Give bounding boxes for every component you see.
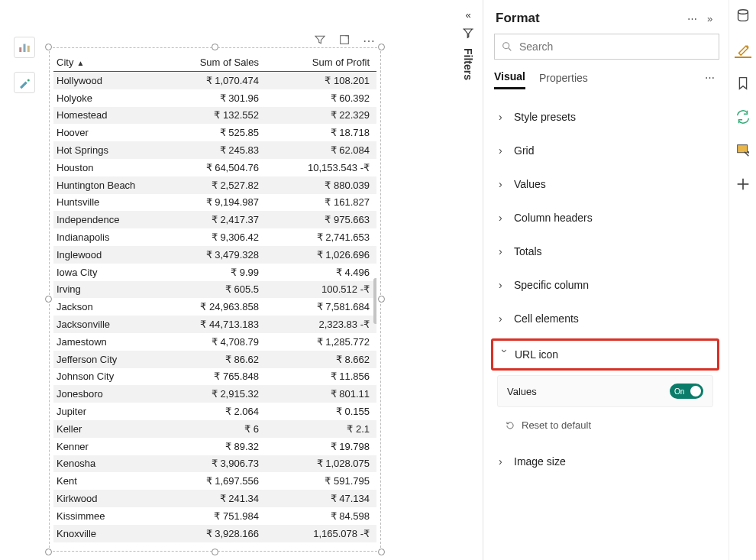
table-row[interactable]: Jackson₹ 24,963.858₹ 7,581.684	[53, 298, 376, 316]
cell-city: Kent	[53, 475, 179, 487]
filters-pane-label[interactable]: Filters	[462, 48, 474, 80]
card-url-icon[interactable]: › URL icon	[493, 341, 717, 368]
table-row[interactable]: Inglewood₹ 3,479.328₹ 1,026.696	[53, 246, 376, 264]
cell-city: Jonesboro	[53, 388, 179, 400]
table-row[interactable]: Jupiter₹ 2.064₹ 0.155	[53, 403, 376, 420]
cell-city: Kenosha	[53, 458, 179, 469]
cell-sales: ₹ 2,915.32	[179, 388, 263, 400]
expand-filters-icon[interactable]: «	[460, 9, 476, 21]
add-pane-icon[interactable]	[735, 176, 751, 193]
cell-sales: ₹ 241.34	[179, 493, 263, 504]
cell-profit: ₹ 975.663	[263, 214, 374, 225]
url-icon-values-card: Values On	[497, 375, 713, 407]
card-specific-column[interactable]: ›Specific column	[493, 271, 718, 299]
cell-city: La Crosse	[53, 545, 179, 545]
table-row[interactable]: Hollywood₹ 1,070.474₹ 108.201	[53, 72, 376, 89]
table-row[interactable]: Huntsville₹ 9,194.987₹ 161.827	[53, 194, 376, 212]
tab-properties[interactable]: Properties	[539, 67, 588, 89]
focus-mode-icon[interactable]	[338, 34, 351, 46]
tabs-more-icon[interactable]: ⋯	[705, 72, 716, 83]
data-pane-icon[interactable]	[735, 8, 751, 24]
format-pane-icon[interactable]	[735, 41, 751, 58]
format-search-box[interactable]	[494, 34, 719, 60]
chevron-right-icon: ›	[499, 455, 509, 468]
filter-icon[interactable]	[314, 34, 326, 46]
table-row[interactable]: Hoover₹ 525.85₹ 18.718	[53, 124, 376, 141]
table-row[interactable]: La Crosse₹ 830.41₹ 272.077	[53, 542, 376, 545]
table-row[interactable]: Iowa City₹ 9.99₹ 4.496	[53, 264, 376, 281]
reset-to-default-button[interactable]: Reset to default	[483, 413, 727, 442]
cell-profit: ₹ 60.392	[263, 92, 374, 104]
card-column-headers[interactable]: ›Column headers	[493, 204, 718, 231]
table-row[interactable]: Homestead₹ 132.552₹ 22.329	[53, 107, 376, 125]
table-row[interactable]: Kenosha₹ 3,906.73₹ 1,028.075	[53, 455, 376, 473]
selection-pane-icon[interactable]	[735, 142, 751, 159]
chevron-down-icon: ›	[499, 349, 511, 360]
card-cell-elements[interactable]: ›Cell elements	[493, 305, 718, 332]
bookmarks-pane-icon[interactable]	[735, 75, 751, 92]
filters-pane-icon[interactable]	[461, 27, 475, 40]
cell-city: Jupiter	[53, 406, 179, 417]
table-row[interactable]: Jamestown₹ 4,708.79₹ 1,285.772	[53, 333, 376, 351]
card-grid[interactable]: ›Grid	[493, 137, 718, 164]
tab-visual[interactable]: Visual	[494, 66, 525, 89]
table-row[interactable]: Knoxville₹ 3,928.1661,165.078 -₹	[53, 525, 376, 542]
column-header-sales[interactable]: Sum of Sales	[179, 57, 263, 68]
cell-profit: ₹ 1,026.696	[263, 249, 374, 261]
table-row[interactable]: Kenner₹ 89.32₹ 19.798	[53, 438, 376, 455]
table-row[interactable]: Huntington Beach₹ 2,527.82₹ 880.039	[53, 176, 376, 194]
table-visual[interactable]: ⋯ City▲ Sum of Sales Sum of Profit Holly…	[49, 47, 381, 552]
svg-rect-4	[341, 36, 349, 44]
collapse-format-icon[interactable]: »	[707, 13, 719, 24]
svg-point-3	[27, 79, 30, 82]
table-row[interactable]: Houston₹ 64,504.7610,153.543 -₹	[53, 159, 376, 176]
cell-profit: ₹ 84.598	[263, 510, 374, 522]
build-visual-button[interactable]	[14, 37, 35, 58]
card-values[interactable]: ›Values	[493, 170, 718, 198]
column-header-profit[interactable]: Sum of Profit	[263, 57, 374, 68]
card-style-presets[interactable]: ›Style presets	[493, 103, 718, 131]
format-visual-button[interactable]	[14, 72, 35, 93]
chart-icon	[18, 40, 31, 54]
table-row[interactable]: Irving₹ 605.5100.512 -₹	[53, 281, 376, 299]
cell-profit: ₹ 1,285.772	[263, 336, 374, 348]
table-row[interactable]: Hot Springs₹ 245.83₹ 62.084	[53, 141, 376, 159]
cell-city: Kissimmee	[53, 510, 179, 522]
right-tool-rail	[729, 0, 756, 560]
url-icon-values-toggle[interactable]: On	[670, 384, 703, 399]
table-row[interactable]: Jacksonville₹ 44,713.1832,323.83 -₹	[53, 316, 376, 333]
card-image-size[interactable]: ›Image size	[493, 448, 718, 475]
table-scrollbar-thumb[interactable]	[373, 278, 376, 324]
cell-city: Keller	[53, 423, 179, 435]
format-more-icon[interactable]: ⋯	[687, 13, 699, 24]
cell-sales: ₹ 3,906.73	[179, 458, 263, 469]
url-icon-values-label: Values	[507, 386, 537, 397]
svg-rect-0	[19, 47, 21, 52]
table-row[interactable]: Jonesboro₹ 2,915.32₹ 801.11	[53, 385, 376, 403]
visual-more-options-icon[interactable]: ⋯	[363, 34, 375, 46]
table-row[interactable]: Kirkwood₹ 241.34₹ 47.134	[53, 490, 376, 507]
table-row[interactable]: Kissimmee₹ 751.984₹ 84.598	[53, 507, 376, 525]
column-header-city[interactable]: City▲	[53, 57, 179, 68]
cell-sales: ₹ 2,417.37	[179, 214, 263, 225]
cell-sales: ₹ 525.85	[179, 127, 263, 138]
table-row[interactable]: Holyoke₹ 301.96₹ 60.392	[53, 89, 376, 107]
format-search-input[interactable]	[518, 40, 712, 53]
table-row[interactable]: Kent₹ 1,697.556₹ 591.795	[53, 472, 376, 490]
table-body[interactable]: Hollywood₹ 1,070.474₹ 108.201Holyoke₹ 30…	[53, 72, 376, 525]
table-row[interactable]: Johnson City₹ 765.848₹ 11.856	[53, 368, 376, 386]
card-totals[interactable]: ›Totals	[493, 238, 718, 265]
paintbrush-icon	[18, 76, 31, 89]
table-row[interactable]: Independence₹ 2,417.37₹ 975.663	[53, 211, 376, 228]
cell-city: Iowa City	[53, 267, 179, 278]
cell-city: Huntsville	[53, 196, 179, 208]
chevron-right-icon: ›	[499, 212, 509, 224]
table-row[interactable]: Keller₹ 6₹ 2.1	[53, 420, 376, 438]
format-pane: Format ⋯ » Visual Properties ⋯ ›Style pr…	[483, 0, 727, 560]
cell-profit: 10,153.543 -₹	[263, 162, 374, 173]
cell-city: Huntington Beach	[53, 180, 179, 191]
sync-slicers-icon[interactable]	[735, 108, 751, 125]
chevron-right-icon: ›	[499, 111, 509, 123]
table-row[interactable]: Jefferson City₹ 86.62₹ 8.662	[53, 351, 376, 368]
table-row[interactable]: Indianapolis₹ 9,306.42₹ 2,741.653	[53, 228, 376, 246]
